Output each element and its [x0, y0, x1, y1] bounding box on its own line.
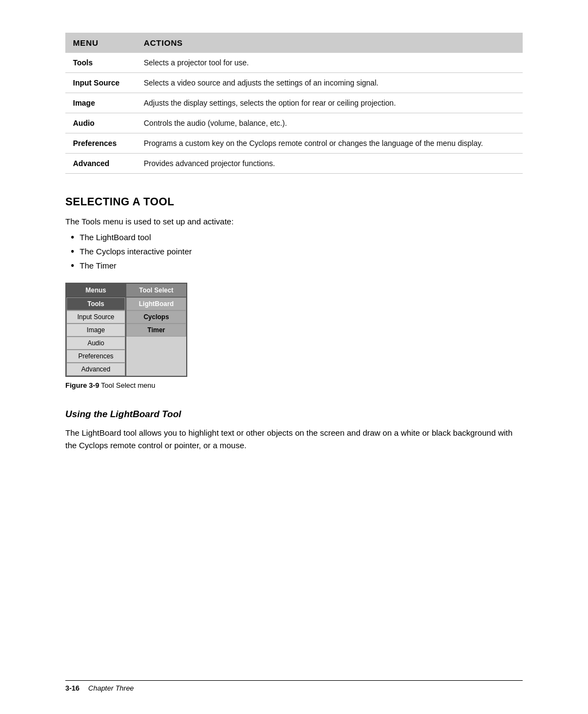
menu-screenshot: Menus ToolsInput SourceImageAudioPrefere…: [65, 283, 187, 377]
page-footer: 3-16 Chapter Three: [65, 680, 523, 692]
lightboard-body: The LightBoard tool allows you to highli…: [65, 426, 523, 452]
left-menu-item[interactable]: Audio: [66, 337, 125, 350]
left-menu-item[interactable]: Advanced: [66, 363, 125, 376]
col-menu-header: MENU: [65, 33, 136, 53]
table-row: Image Adjusts the display settings, sele…: [65, 93, 523, 113]
table-cell-menu: Preferences: [65, 133, 136, 154]
right-menu-item[interactable]: LightBoard: [126, 297, 186, 310]
table-cell-menu: Advanced: [65, 154, 136, 174]
lightboard-heading: Using the LightBoard Tool: [65, 409, 523, 420]
col-actions-header: ACTIONS: [136, 33, 523, 53]
figure-caption-bold: Figure 3-9: [65, 381, 99, 389]
selecting-tool-heading: SELECTING A TOOL: [65, 196, 523, 208]
lightboard-section: Using the LightBoard Tool The LightBoard…: [65, 409, 523, 452]
menu-actions-table: MENU ACTIONS Tools Selects a projector t…: [65, 33, 523, 174]
footer-page-num: 3-16: [65, 684, 79, 692]
left-menu-item[interactable]: Tools: [66, 297, 125, 310]
left-menu-item[interactable]: Preferences: [66, 350, 125, 363]
right-menu-item[interactable]: Timer: [126, 324, 186, 337]
page-content: MENU ACTIONS Tools Selects a projector t…: [0, 0, 588, 503]
table-cell-action: Selects a projector tool for use.: [136, 53, 523, 73]
selecting-tool-section: SELECTING A TOOL The Tools menu is used …: [65, 196, 523, 389]
table-cell-menu: Audio: [65, 113, 136, 133]
menu-right-col: Tool Select LightBoardCyclopsTimer: [126, 284, 186, 376]
right-col-header: Tool Select: [126, 284, 186, 297]
table-row: Audio Controls the audio (volume, balanc…: [65, 113, 523, 133]
table-cell-action: Adjusts the display settings, selects th…: [136, 93, 523, 113]
bullet-list: The LightBoard toolThe Cyclops interacti…: [65, 233, 523, 272]
table-cell-menu: Image: [65, 93, 136, 113]
menu-left-col: Menus ToolsInput SourceImageAudioPrefere…: [66, 284, 126, 376]
table-row: Advanced Provides advanced projector fun…: [65, 154, 523, 174]
left-menu-item[interactable]: Input Source: [66, 310, 125, 324]
section-intro-text: The Tools menu is used to set up and act…: [65, 217, 523, 226]
table-cell-menu: Tools: [65, 53, 136, 73]
list-item: The LightBoard tool: [71, 233, 523, 243]
table-cell-action: Programs a custom key on the Cyclops rem…: [136, 133, 523, 154]
table-row: Input Source Selects a video source and …: [65, 73, 523, 93]
left-col-header: Menus: [66, 284, 125, 297]
table-row: Tools Selects a projector tool for use.: [65, 53, 523, 73]
table-row: Preferences Programs a custom key on the…: [65, 133, 523, 154]
table-cell-action: Provides advanced projector functions.: [136, 154, 523, 174]
list-item: The Timer: [71, 261, 523, 272]
table-cell-action: Selects a video source and adjusts the s…: [136, 73, 523, 93]
list-item: The Cyclops interactive pointer: [71, 247, 523, 258]
figure-container: Menus ToolsInput SourceImageAudioPrefere…: [65, 283, 523, 389]
footer-chapter: Chapter Three: [88, 684, 134, 692]
figure-caption: Figure 3-9 Tool Select menu: [65, 381, 155, 389]
table-cell-action: Controls the audio (volume, balance, etc…: [136, 113, 523, 133]
table-cell-menu: Input Source: [65, 73, 136, 93]
right-menu-item[interactable]: Cyclops: [126, 310, 186, 324]
figure-caption-text: Tool Select menu: [101, 381, 156, 389]
left-menu-item[interactable]: Image: [66, 324, 125, 337]
